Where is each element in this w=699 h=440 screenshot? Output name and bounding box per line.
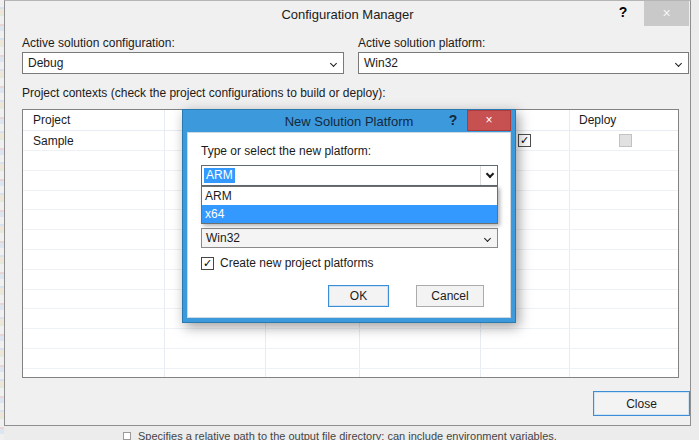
deploy-checkbox bbox=[619, 134, 632, 147]
active-configuration-value: Debug bbox=[28, 56, 63, 70]
chevron-down-icon bbox=[330, 60, 337, 67]
project-column-header: Project bbox=[33, 113, 70, 127]
copy-settings-from-value: Win32 bbox=[206, 231, 240, 245]
background-clipped-status-text: Specifies a relative path to the output … bbox=[123, 430, 557, 440]
active-platform-value: Win32 bbox=[364, 56, 398, 70]
new-platform-combobox[interactable]: ARM bbox=[201, 165, 498, 186]
close-icon: × bbox=[644, 1, 689, 26]
project-name-cell: Sample bbox=[33, 134, 74, 148]
modal-title: New Solution Platform bbox=[183, 114, 515, 129]
screen: Specifies a relative path to the output … bbox=[0, 0, 699, 440]
chevron-down-icon bbox=[486, 170, 494, 178]
copy-settings-from-combobox[interactable]: Win32 bbox=[201, 228, 498, 248]
new-platform-label: Type or select the new platform: bbox=[201, 144, 371, 158]
help-icon[interactable]: ? bbox=[446, 112, 460, 128]
dropdown-button[interactable] bbox=[480, 166, 497, 185]
modal-body: Type or select the new platform: ARM ARM… bbox=[187, 132, 511, 318]
cancel-button[interactable]: Cancel bbox=[416, 285, 484, 307]
active-platform-label: Active solution platform: bbox=[358, 36, 485, 50]
background-status-icon bbox=[123, 432, 131, 440]
background-status-label: Specifies a relative path to the output … bbox=[138, 430, 557, 440]
dropdown-item-x64[interactable]: x64 bbox=[202, 205, 497, 223]
help-icon[interactable]: ? bbox=[616, 4, 630, 20]
ok-button[interactable]: OK bbox=[328, 285, 389, 307]
dropdown-item-arm[interactable]: ARM bbox=[202, 187, 497, 205]
build-checkbox[interactable]: ✓ bbox=[518, 134, 531, 147]
chevron-down-icon bbox=[675, 60, 682, 67]
chevron-down-icon bbox=[484, 235, 491, 242]
active-configuration-combobox[interactable]: Debug bbox=[22, 52, 344, 74]
dialog-title: Configuration Manager bbox=[5, 7, 690, 22]
new-platform-input-value: ARM bbox=[204, 168, 235, 183]
close-icon[interactable]: × bbox=[467, 110, 511, 131]
platform-dropdown-list: ARM x64 bbox=[201, 186, 498, 224]
deploy-column-header: Deploy bbox=[579, 113, 616, 127]
close-button[interactable]: Close bbox=[593, 391, 690, 416]
active-platform-combobox[interactable]: Win32 bbox=[358, 52, 689, 74]
active-configuration-label: Active solution configuration: bbox=[22, 36, 175, 50]
create-project-platforms-checkbox[interactable]: ✓ bbox=[201, 257, 214, 270]
create-project-platforms-label: Create new project platforms bbox=[220, 256, 373, 270]
project-contexts-label: Project contexts (check the project conf… bbox=[22, 86, 386, 100]
new-solution-platform-dialog: New Solution Platform ? × Type or select… bbox=[182, 109, 516, 323]
